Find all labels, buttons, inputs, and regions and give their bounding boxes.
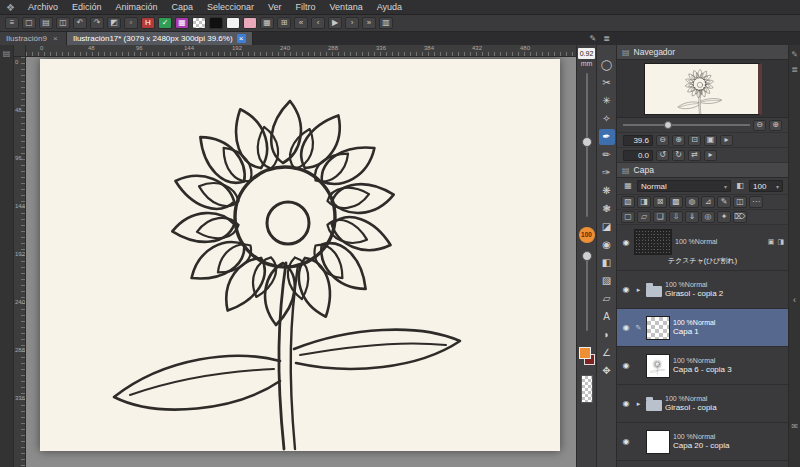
visibility-eye-icon[interactable]: ◉ <box>621 323 631 332</box>
slider-knob[interactable] <box>664 121 672 129</box>
zoom-in-icon[interactable]: ⊕ <box>769 120 782 131</box>
actual-size-button[interactable]: ▣ <box>704 135 717 146</box>
rotation-value[interactable]: 0.0 <box>623 150 653 161</box>
navigator-thumbnail[interactable] <box>644 63 762 115</box>
expand-arrow-icon[interactable]: ▸ <box>634 286 643 294</box>
selection-magenta-icon[interactable]: ▦ <box>175 17 189 29</box>
balloon-tool-icon[interactable]: ◗ <box>599 327 615 343</box>
zoom-percent-value[interactable]: 39.6 <box>623 135 653 146</box>
onion-skin-icon[interactable]: ▥ <box>379 17 393 29</box>
eraser-icon[interactable]: ◩ <box>107 17 121 29</box>
slider-knob[interactable] <box>582 137 592 147</box>
palette-menu-icon[interactable]: ⋯ <box>749 196 763 208</box>
tab-ilustracion9[interactable]: Ilustración9 × <box>0 32 67 45</box>
save-icon[interactable]: ◫ <box>56 17 70 29</box>
pink-chip-icon[interactable] <box>243 17 257 29</box>
text-tool-icon[interactable]: A <box>599 309 615 325</box>
new-file-icon[interactable]: ▢ <box>22 17 36 29</box>
visibility-eye-icon[interactable]: ◉ <box>621 361 631 370</box>
zoom-in-button[interactable]: ⊕ <box>672 135 685 146</box>
visibility-eye-icon[interactable]: ◉ <box>621 437 631 446</box>
canvas-viewport[interactable] <box>26 57 576 467</box>
undo-icon[interactable]: ↶ <box>73 17 87 29</box>
layer-row-girasol-copia[interactable]: ◉ ▸ 100 %Normal Girasol - copia <box>617 385 788 423</box>
zoom-menu-button[interactable]: ▸ <box>720 135 733 146</box>
ruler-tool-icon[interactable]: ∠ <box>599 345 615 361</box>
menu-item[interactable]: Seleccionar <box>200 2 261 12</box>
next-frame-icon[interactable]: › <box>345 17 359 29</box>
menu-item[interactable]: Filtro <box>289 2 323 12</box>
menu-item[interactable]: Ver <box>261 2 289 12</box>
collapse-panel-icon[interactable]: ‹ <box>789 295 800 305</box>
deselect-icon[interactable]: ▫ <box>124 17 138 29</box>
menu-item[interactable]: Edición <box>65 2 109 12</box>
decoration-tool-icon[interactable]: ❃ <box>599 201 615 217</box>
create-mask-icon[interactable]: ◎ <box>701 211 715 223</box>
draft-layer-icon[interactable]: ✎ <box>717 196 731 208</box>
eraser-tool-icon[interactable]: ◪ <box>599 219 615 235</box>
menu-item[interactable]: Capa <box>165 2 201 12</box>
blend-tool-icon[interactable]: ◉ <box>599 237 615 253</box>
toolbar-grip-icon[interactable]: ▤ <box>3 49 11 58</box>
zoom-out-button[interactable]: ⊖ <box>656 135 669 146</box>
clip-to-layer-icon[interactable]: ◨ <box>637 196 651 208</box>
layer-row-capa-20-copia[interactable]: ◉ 100 %Normal Capa 20 - copia <box>617 423 788 461</box>
selection-red-icon[interactable]: H <box>141 17 155 29</box>
material-panel-icon[interactable]: ✉ <box>789 422 800 432</box>
hand-tool-icon[interactable]: ✥ <box>599 363 615 379</box>
brush-tool-icon[interactable]: ✑ <box>599 165 615 181</box>
zoom-out-icon[interactable]: ⊖ <box>753 120 766 131</box>
layer-row-texture[interactable]: ◉ 100 %Normal ▣ ◨ テクスチャ(ひび割れ) <box>617 225 788 271</box>
brush-opacity-badge[interactable]: 100 <box>579 227 595 243</box>
lock-transparency-icon[interactable]: ▩ <box>669 196 683 208</box>
settings-mini-icon[interactable]: ≣ <box>603 34 610 43</box>
pen-tool-icon[interactable]: ✒ <box>599 129 615 145</box>
redo-icon[interactable]: ↷ <box>90 17 104 29</box>
menu-item[interactable]: Archivo <box>21 2 65 12</box>
rotate-left-button[interactable]: ↺ <box>656 150 669 161</box>
expand-arrow-icon[interactable]: ▸ <box>634 400 643 408</box>
close-tab-icon[interactable]: × <box>237 34 246 43</box>
layer-row-girasol-copia-2[interactable]: ◉ ▸ 100 %Normal Girasol - copia 2 <box>617 271 788 309</box>
merge-down-icon[interactable]: ⇓ <box>685 211 699 223</box>
blend-mode-dropdown[interactable]: Normal ▾ <box>637 180 731 192</box>
two-pane-icon[interactable]: ◫ <box>733 196 747 208</box>
sub-tool-icon[interactable]: ≣ <box>789 65 800 75</box>
tab-ilustracion17[interactable]: Ilustración17* (3079 x 2480px 300dpi 39.… <box>67 32 253 45</box>
last-frame-icon[interactable]: » <box>362 17 376 29</box>
set-ruler-icon[interactable]: ⊿ <box>701 196 715 208</box>
white-chip-icon[interactable] <box>226 17 240 29</box>
black-chip-icon[interactable] <box>209 17 223 29</box>
layer-opacity-dropdown[interactable]: 100 ▾ <box>749 180 783 192</box>
navigator-zoom-slider[interactable] <box>623 120 750 130</box>
layer-row-capa-1[interactable]: ◉ ✎ 100 %Normal Capa 1 <box>617 309 788 347</box>
close-tab-icon[interactable]: × <box>51 34 60 43</box>
flip-horizontal-button[interactable]: ⇄ <box>688 150 701 161</box>
fill-tool-icon[interactable]: ◧ <box>599 255 615 271</box>
slider-knob[interactable] <box>582 251 592 261</box>
transparent-color-swatch[interactable] <box>581 375 593 403</box>
layers-panel-header[interactable]: ▤ Capa <box>617 163 788 178</box>
lasso-tool-icon[interactable]: ✂ <box>599 75 615 91</box>
pen-mini-icon[interactable]: ✎ <box>590 34 597 43</box>
transfer-down-icon[interactable]: ⇩ <box>669 211 683 223</box>
lock-layer-icon[interactable]: ⊠ <box>653 196 667 208</box>
enable-mask-icon[interactable]: ◍ <box>685 196 699 208</box>
layer-row-capa-6-copia-3[interactable]: ◉ 100 %Normal Capa 6 - copia 3 <box>617 347 788 385</box>
new-folder-icon[interactable]: ❏ <box>653 211 667 223</box>
first-frame-icon[interactable]: « <box>294 17 308 29</box>
menu-item[interactable]: Ventana <box>323 2 370 12</box>
layer-color-icon[interactable]: ▧ <box>621 196 635 208</box>
transparent-chip-icon[interactable] <box>192 17 206 29</box>
new-vector-layer-icon[interactable]: ▱ <box>637 211 651 223</box>
main-menu-icon[interactable]: ≡ <box>5 17 19 29</box>
grid-icon[interactable]: ▦ <box>260 17 274 29</box>
eyedropper-tool-icon[interactable]: ✧ <box>599 111 615 127</box>
prev-frame-icon[interactable]: ‹ <box>311 17 325 29</box>
snap-icon[interactable]: ⊞ <box>277 17 291 29</box>
open-file-icon[interactable]: ▤ <box>39 17 53 29</box>
fit-to-screen-button[interactable]: ⊡ <box>688 135 701 146</box>
new-raster-layer-icon[interactable]: ▢ <box>621 211 635 223</box>
brush-size-value[interactable]: 0.92 <box>578 48 595 59</box>
menu-item[interactable]: Ayuda <box>370 2 409 12</box>
